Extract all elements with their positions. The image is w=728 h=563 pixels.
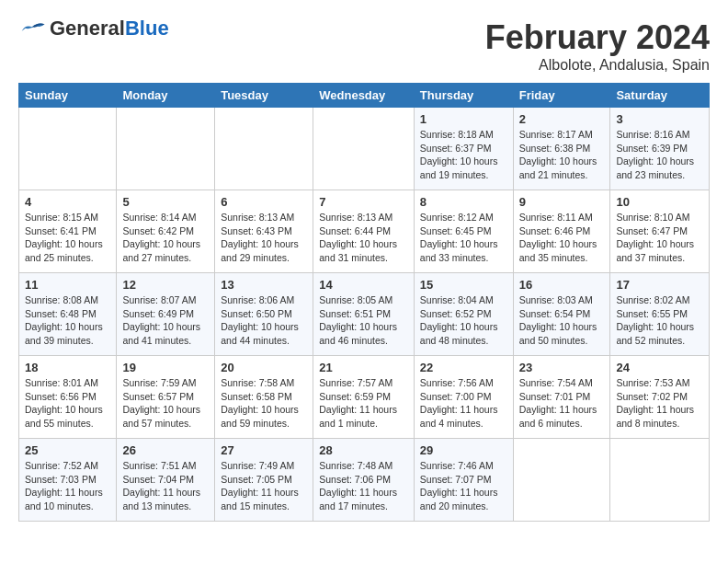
day-info: Sunrise: 8:13 AM Sunset: 6:43 PM Dayligh…: [221, 211, 307, 265]
day-info: Sunrise: 8:16 AM Sunset: 6:39 PM Dayligh…: [616, 128, 703, 182]
day-info: Sunrise: 8:13 AM Sunset: 6:44 PM Dayligh…: [319, 211, 408, 265]
calendar-week-4: 18Sunrise: 8:01 AM Sunset: 6:56 PM Dayli…: [19, 356, 710, 439]
calendar-cell: 14Sunrise: 8:05 AM Sunset: 6:51 PM Dayli…: [313, 273, 415, 356]
day-info: Sunrise: 8:01 AM Sunset: 6:56 PM Dayligh…: [25, 376, 110, 431]
calendar-cell: 1Sunrise: 8:18 AM Sunset: 6:37 PM Daylig…: [414, 108, 513, 190]
day-info: Sunrise: 7:46 AM Sunset: 7:07 PM Dayligh…: [420, 459, 507, 513]
day-info: Sunrise: 7:56 AM Sunset: 7:00 PM Dayligh…: [420, 376, 507, 431]
calendar-cell: [313, 108, 415, 190]
day-info: Sunrise: 7:52 AM Sunset: 7:03 PM Dayligh…: [25, 459, 110, 513]
calendar-cell: 3Sunrise: 8:16 AM Sunset: 6:39 PM Daylig…: [610, 108, 710, 190]
day-info: Sunrise: 7:51 AM Sunset: 7:04 PM Dayligh…: [122, 459, 209, 513]
calendar-cell: 21Sunrise: 7:57 AM Sunset: 6:59 PM Dayli…: [313, 356, 415, 439]
day-info: Sunrise: 7:58 AM Sunset: 6:58 PM Dayligh…: [221, 376, 307, 431]
day-number: 27: [221, 443, 307, 457]
calendar-cell: 8Sunrise: 8:12 AM Sunset: 6:45 PM Daylig…: [414, 190, 513, 273]
calendar-cell: 4Sunrise: 8:15 AM Sunset: 6:41 PM Daylig…: [19, 190, 117, 273]
day-number: 25: [25, 443, 110, 457]
day-number: 23: [519, 361, 605, 374]
day-number: 13: [221, 278, 307, 292]
calendar-cell: 24Sunrise: 7:53 AM Sunset: 7:02 PM Dayli…: [610, 356, 710, 439]
calendar-body: 1Sunrise: 8:18 AM Sunset: 6:37 PM Daylig…: [19, 108, 710, 522]
logo-text: GeneralBlue: [50, 17, 169, 40]
day-number: 18: [25, 361, 110, 374]
calendar-header: SundayMondayTuesdayWednesdayThursdayFrid…: [19, 84, 710, 108]
day-number: 19: [122, 361, 209, 374]
day-info: Sunrise: 7:59 AM Sunset: 6:57 PM Dayligh…: [122, 376, 209, 431]
day-info: Sunrise: 8:06 AM Sunset: 6:50 PM Dayligh…: [221, 293, 307, 348]
day-info: Sunrise: 7:49 AM Sunset: 7:05 PM Dayligh…: [221, 459, 307, 513]
calendar-week-1: 1Sunrise: 8:18 AM Sunset: 6:37 PM Daylig…: [19, 108, 710, 190]
day-number: 4: [25, 195, 110, 209]
calendar-cell: 13Sunrise: 8:06 AM Sunset: 6:50 PM Dayli…: [215, 273, 313, 356]
calendar-cell: 15Sunrise: 8:04 AM Sunset: 6:52 PM Dayli…: [414, 273, 513, 356]
day-number: 20: [221, 361, 307, 374]
day-number: 5: [122, 195, 209, 209]
day-number: 7: [319, 195, 408, 209]
day-info: Sunrise: 8:14 AM Sunset: 6:42 PM Dayligh…: [122, 211, 209, 265]
day-number: 1: [420, 112, 507, 126]
day-info: Sunrise: 8:03 AM Sunset: 6:54 PM Dayligh…: [519, 293, 605, 348]
header-cell-thursday: Thursday: [414, 84, 513, 108]
calendar-cell: 22Sunrise: 7:56 AM Sunset: 7:00 PM Dayli…: [414, 356, 513, 439]
day-number: 26: [122, 443, 209, 457]
day-info: Sunrise: 8:07 AM Sunset: 6:49 PM Dayligh…: [122, 293, 209, 348]
day-info: Sunrise: 8:04 AM Sunset: 6:52 PM Dayligh…: [420, 293, 507, 348]
day-number: 17: [616, 278, 703, 292]
calendar-cell: 19Sunrise: 7:59 AM Sunset: 6:57 PM Dayli…: [117, 356, 215, 439]
calendar-cell: 20Sunrise: 7:58 AM Sunset: 6:58 PM Dayli…: [215, 356, 313, 439]
header: GeneralBlue February 2024 Albolote, Anda…: [18, 18, 710, 74]
day-number: 16: [519, 278, 605, 292]
calendar-cell: 25Sunrise: 7:52 AM Sunset: 7:03 PM Dayli…: [19, 439, 117, 522]
calendar-cell: 10Sunrise: 8:10 AM Sunset: 6:47 PM Dayli…: [610, 190, 710, 273]
calendar-cell: [610, 439, 710, 522]
calendar-subtitle: Albolote, Andalusia, Spain: [485, 57, 710, 74]
day-info: Sunrise: 8:11 AM Sunset: 6:46 PM Dayligh…: [519, 211, 605, 265]
day-info: Sunrise: 7:54 AM Sunset: 7:01 PM Dayligh…: [519, 376, 605, 431]
day-number: 9: [519, 195, 605, 209]
calendar-cell: 23Sunrise: 7:54 AM Sunset: 7:01 PM Dayli…: [513, 356, 610, 439]
header-cell-sunday: Sunday: [19, 84, 117, 108]
day-info: Sunrise: 8:10 AM Sunset: 6:47 PM Dayligh…: [616, 211, 703, 265]
day-info: Sunrise: 8:08 AM Sunset: 6:48 PM Dayligh…: [25, 293, 110, 348]
calendar-cell: 26Sunrise: 7:51 AM Sunset: 7:04 PM Dayli…: [117, 439, 215, 522]
day-number: 22: [420, 361, 507, 374]
day-number: 10: [616, 195, 703, 209]
calendar-cell: 12Sunrise: 8:07 AM Sunset: 6:49 PM Dayli…: [117, 273, 215, 356]
day-info: Sunrise: 8:12 AM Sunset: 6:45 PM Dayligh…: [420, 211, 507, 265]
day-info: Sunrise: 7:53 AM Sunset: 7:02 PM Dayligh…: [616, 376, 703, 431]
calendar-cell: 7Sunrise: 8:13 AM Sunset: 6:44 PM Daylig…: [313, 190, 415, 273]
calendar-cell: [513, 439, 610, 522]
header-cell-friday: Friday: [513, 84, 610, 108]
calendar-cell: 6Sunrise: 8:13 AM Sunset: 6:43 PM Daylig…: [215, 190, 313, 273]
day-number: 14: [319, 278, 408, 292]
day-info: Sunrise: 8:17 AM Sunset: 6:38 PM Dayligh…: [519, 128, 605, 182]
header-cell-saturday: Saturday: [610, 84, 710, 108]
header-cell-monday: Monday: [117, 84, 215, 108]
calendar-cell: 29Sunrise: 7:46 AM Sunset: 7:07 PM Dayli…: [414, 439, 513, 522]
day-number: 2: [519, 112, 605, 126]
header-cell-tuesday: Tuesday: [215, 84, 313, 108]
calendar-cell: 16Sunrise: 8:03 AM Sunset: 6:54 PM Dayli…: [513, 273, 610, 356]
calendar-week-2: 4Sunrise: 8:15 AM Sunset: 6:41 PM Daylig…: [19, 190, 710, 273]
day-info: Sunrise: 7:48 AM Sunset: 7:06 PM Dayligh…: [319, 459, 408, 513]
calendar-cell: [215, 108, 313, 190]
day-info: Sunrise: 7:57 AM Sunset: 6:59 PM Dayligh…: [319, 376, 408, 431]
calendar-cell: 5Sunrise: 8:14 AM Sunset: 6:42 PM Daylig…: [117, 190, 215, 273]
day-number: 28: [319, 443, 408, 457]
title-area: February 2024 Albolote, Andalusia, Spain: [485, 18, 710, 74]
day-number: 3: [616, 112, 703, 126]
calendar-cell: [117, 108, 215, 190]
calendar-cell: 9Sunrise: 8:11 AM Sunset: 6:46 PM Daylig…: [513, 190, 610, 273]
calendar-cell: 11Sunrise: 8:08 AM Sunset: 6:48 PM Dayli…: [19, 273, 117, 356]
header-row: SundayMondayTuesdayWednesdayThursdayFrid…: [19, 84, 710, 108]
day-number: 6: [221, 195, 307, 209]
day-number: 24: [616, 361, 703, 374]
day-number: 8: [420, 195, 507, 209]
calendar-cell: 18Sunrise: 8:01 AM Sunset: 6:56 PM Dayli…: [19, 356, 117, 439]
calendar-cell: [19, 108, 117, 190]
calendar-week-3: 11Sunrise: 8:08 AM Sunset: 6:48 PM Dayli…: [19, 273, 710, 356]
day-number: 21: [319, 361, 408, 374]
day-number: 12: [122, 278, 209, 292]
logo-bird-icon: [18, 18, 46, 37]
